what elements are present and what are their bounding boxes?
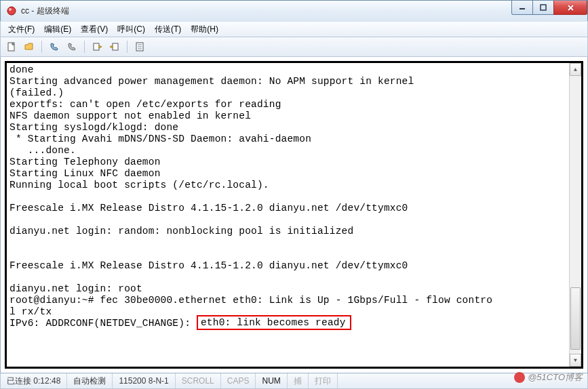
app-icon — [6, 5, 17, 16]
terminal-output[interactable]: done Starting advanced power management … — [5, 61, 583, 369]
menu-call[interactable]: 呼叫(C) — [113, 22, 150, 37]
menubar: 文件(F) 编辑(E) 查看(V) 呼叫(C) 传送(T) 帮助(H) — [0, 21, 588, 37]
scroll-up-button[interactable]: ▲ — [570, 63, 581, 76]
toolbar-divider — [84, 41, 85, 53]
svg-rect-6 — [113, 43, 118, 50]
menu-file[interactable]: 文件(F) — [3, 22, 39, 37]
status-caps: CAPS — [221, 373, 256, 388]
send-file-icon[interactable] — [90, 40, 104, 54]
menu-view[interactable]: 查看(V) — [76, 22, 113, 37]
properties-icon[interactable] — [133, 40, 146, 54]
watermark-icon — [514, 372, 525, 383]
client-area: done Starting advanced power management … — [0, 57, 588, 373]
menu-help[interactable]: 帮助(H) — [186, 22, 223, 37]
window-titlebar: cc - 超级终端 — [0, 0, 588, 21]
status-port: 115200 8-N-1 — [113, 373, 175, 388]
terminal-scrollbar[interactable]: ▲ ▼ — [569, 63, 581, 367]
svg-point-1 — [9, 8, 12, 11]
phone-connect-icon[interactable] — [47, 40, 61, 54]
svg-point-0 — [7, 7, 16, 15]
svg-rect-2 — [520, 8, 525, 9]
toolbar-divider — [41, 41, 42, 53]
minimize-button[interactable] — [511, 1, 533, 15]
link-ready-highlight: eth0: link becomes ready — [197, 315, 351, 330]
scroll-down-button[interactable]: ▼ — [570, 354, 581, 367]
status-num: NUM — [256, 373, 287, 388]
scroll-track[interactable] — [570, 76, 581, 354]
status-detect: 自动检测 — [67, 373, 113, 388]
status-capture: 捕 — [288, 373, 309, 388]
window-title: cc - 超级终端 — [21, 5, 512, 17]
watermark: @51CTO博客 — [514, 371, 583, 384]
status-print: 打印 — [309, 373, 338, 388]
receive-file-icon[interactable] — [108, 40, 121, 54]
menu-transfer[interactable]: 传送(T) — [150, 22, 186, 37]
menu-edit[interactable]: 编辑(E) — [39, 22, 76, 37]
svg-rect-5 — [94, 43, 99, 50]
watermark-text: @51CTO博客 — [528, 371, 583, 384]
terminal-last-line: IPv6: ADDRCONF(NETDEV_CHANGE): eth0: lin… — [9, 315, 351, 330]
ipv6-prefix: IPv6: ADDRCONF(NETDEV_CHANGE): — [9, 318, 197, 329]
svg-rect-3 — [541, 5, 546, 10]
window-buttons — [512, 1, 587, 21]
close-button[interactable] — [553, 1, 587, 15]
toolbar-divider — [127, 41, 128, 53]
statusbar: 已连接 0:12:48 自动检测 115200 8-N-1 SCROLL CAP… — [0, 373, 588, 389]
status-scroll: SCROLL — [176, 373, 221, 388]
scroll-thumb[interactable] — [570, 287, 581, 350]
open-folder-icon[interactable] — [22, 40, 36, 54]
status-connected: 已连接 0:12:48 — [1, 373, 67, 388]
new-doc-icon[interactable] — [5, 40, 18, 54]
toolbar — [0, 37, 588, 57]
phone-disconnect-icon[interactable] — [65, 40, 79, 54]
maximize-button[interactable] — [532, 1, 554, 15]
